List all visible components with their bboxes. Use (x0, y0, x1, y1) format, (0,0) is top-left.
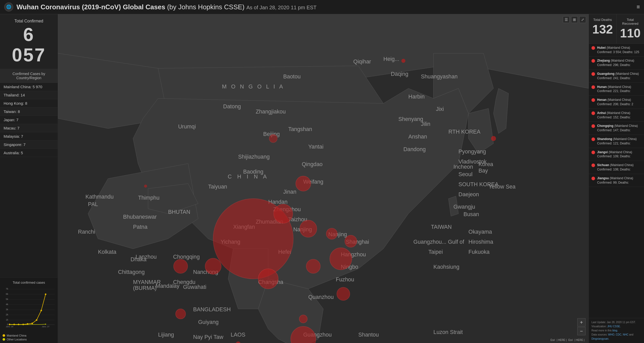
dingxiang-link[interactable]: Dingxiangyuan. (591, 337, 609, 340)
map-expand[interactable]: ⤢ (579, 16, 586, 23)
svg-point-131 (296, 176, 311, 191)
chart-section: Total confirmed cases 7k 6k 5k 4k 3k 2k … (0, 277, 58, 343)
map-area[interactable]: M O N G O L I A C H I N A Patna Kolkata … (58, 14, 589, 343)
svg-text:Chongqing: Chongqing (173, 254, 200, 260)
region-item: Henan (Mainland China)Confirmed: 206; De… (589, 96, 644, 109)
svg-text:LAOS: LAOS (231, 332, 245, 338)
zoom-in-button[interactable]: + (577, 318, 586, 326)
svg-text:Jixi: Jixi (436, 106, 444, 112)
region-item: Guangdong (Mainland China)Confirmed: 241… (589, 70, 644, 83)
svg-text:Fuzhou: Fuzhou (336, 276, 354, 283)
svg-text:4k: 4k (6, 303, 8, 306)
region-text: Zhejiang (Mainland China)Confirmed: 296;… (597, 59, 634, 67)
total-recovered-box: Total Recovered 110 (617, 14, 644, 43)
region-name: Anhui (597, 111, 606, 115)
svg-text:Thimphu: Thimphu (138, 195, 159, 201)
region-text: Shandong (Mainland China)Confirmed: 121;… (597, 137, 637, 146)
svg-text:Pyongyang: Pyongyang (459, 149, 486, 155)
zoom-out-button[interactable]: − (577, 327, 586, 335)
region-text: Guangdong (Mainland China)Confirmed: 241… (597, 72, 639, 80)
svg-text:Quanzhou: Quanzhou (308, 294, 334, 300)
svg-point-130 (205, 258, 221, 274)
svg-point-25 (40, 310, 42, 311)
svg-text:Tangshan: Tangshan (288, 126, 312, 132)
region-name: Shandong (597, 137, 612, 141)
svg-text:Fukuoka: Fukuoka (469, 249, 490, 255)
svg-text:Busan: Busan (463, 211, 479, 217)
svg-text:Patna: Patna (133, 224, 148, 230)
map-list-view[interactable]: ☰ (563, 16, 570, 23)
svg-text:Shuangyashan: Shuangyashan (421, 74, 458, 80)
region-item: Sichuan (Mainland China)Confirmed: 108; … (589, 161, 644, 174)
region-dot (591, 164, 595, 167)
svg-text:3k: 3k (6, 308, 8, 311)
svg-text:2k: 2k (6, 313, 8, 316)
total-recovered-label: Total Recovered (619, 18, 642, 26)
svg-text:Yellow Sea: Yellow Sea (488, 184, 515, 190)
left-sidebar: Total Confirmed 6 057 Confirmed Cases by… (0, 14, 58, 343)
total-deaths-label: Total Deaths (591, 18, 614, 22)
country-item: Japan: 7 (0, 116, 58, 124)
svg-text:Janv. 27: Janv. 27 (42, 325, 49, 328)
region-text: Jiangsu (Mainland China)Confirmed: 99; D… (597, 176, 633, 185)
region-dot (591, 177, 595, 180)
svg-text:Chengdu: Chengdu (173, 279, 196, 285)
svg-text:Kaohsiung: Kaohsiung (434, 264, 460, 270)
confirmed-cases-header: Confirmed Cases by Country/Region (0, 69, 58, 83)
svg-text:Shenyang: Shenyang (399, 116, 423, 122)
blog-link[interactable]: blog. (612, 329, 618, 332)
svg-text:Baoding: Baoding (243, 169, 263, 175)
region-name: Zhejiang (597, 59, 610, 62)
svg-text:Urumqi: Urumqi (178, 124, 196, 130)
chart-legend: Mainland China Other Locations (3, 334, 55, 341)
svg-point-126 (330, 248, 352, 270)
svg-text:Yantai: Yantai (308, 144, 324, 150)
footer-blog: Read more in this blog. (591, 329, 641, 333)
app-header: 🌐 Wuhan Coronavirus (2019-nCoV) Global C… (0, 0, 644, 14)
legend-mainland-dot (3, 334, 5, 337)
svg-text:Harbin: Harbin (408, 94, 425, 100)
total-deaths-number: 132 (591, 23, 614, 36)
svg-text:Korea: Korea (478, 161, 493, 167)
region-item: Jiangsu (Mainland China)Confirmed: 99; D… (589, 174, 644, 187)
main-content: Total Confirmed 6 057 Confirmed Cases by… (0, 14, 644, 343)
country-item: Thailand: 14 (0, 91, 58, 99)
region-name: Henan (597, 98, 607, 102)
right-sidebar: Total Deaths 132 Total Recovered 110 Hub… (589, 14, 644, 343)
footer-viz: Visualization: JHU CSSE. (591, 324, 641, 329)
total-confirmed-number: 6 057 (4, 25, 54, 65)
footer-update: Last Update: Jan 28, 2020 11 pm EST. (591, 320, 641, 324)
region-text: Anhui (Mainland China)Confirmed: 152; De… (597, 111, 631, 120)
jhu-link[interactable]: JHU (607, 325, 612, 328)
map-grid-view[interactable]: ⊞ (571, 16, 578, 23)
svg-text:Taipei: Taipei (428, 249, 443, 255)
svg-text:Hiroshima: Hiroshima (469, 239, 493, 245)
csse-link[interactable]: CSSE. (613, 325, 621, 328)
country-item: Hong Kong: 8 (0, 99, 58, 108)
svg-point-140 (401, 59, 405, 63)
svg-text:M O N G O L I A: M O N G O L I A (222, 84, 284, 90)
cdc-link[interactable]: CDC (616, 333, 622, 336)
who-link[interactable]: WHO (608, 333, 614, 336)
svg-point-143 (144, 185, 147, 188)
header-title: Wuhan Coronavirus (2019-nCoV) Global Cas… (16, 3, 637, 11)
region-list: Hubei (Mainland China)Confirmed: 3 554; … (589, 44, 644, 318)
svg-point-141 (299, 315, 307, 323)
svg-text:Baotou: Baotou (283, 74, 301, 80)
region-item: Zhejiang (Mainland China)Confirmed: 296;… (589, 56, 644, 70)
region-item: Hunan (Mainland China)Confirmed: 221; De… (589, 83, 644, 96)
country-item: Mainland China: 5 970 (0, 83, 58, 91)
svg-text:(BURMA): (BURMA) (133, 285, 157, 291)
svg-text:7k: 7k (6, 288, 8, 290)
map-svg: M O N G O L I A C H I N A Patna Kolkata … (58, 14, 589, 343)
region-text: Henan (Mainland China)Confirmed: 206; De… (597, 98, 633, 107)
chart-svg: 7k 6k 5k 4k 3k 2k 1k 0 (3, 287, 55, 328)
svg-text:Jinan: Jinan (283, 189, 296, 195)
legend-other-dot (3, 338, 5, 341)
nhc-link[interactable]: NHC (623, 333, 629, 336)
footer-sources: Data sources: WHO, CDC, NHC and Dingxian… (591, 333, 641, 341)
region-dot (591, 124, 595, 128)
svg-point-136 (326, 228, 337, 239)
menu-icon[interactable]: ≡ (637, 4, 640, 10)
svg-point-128 (274, 204, 293, 223)
